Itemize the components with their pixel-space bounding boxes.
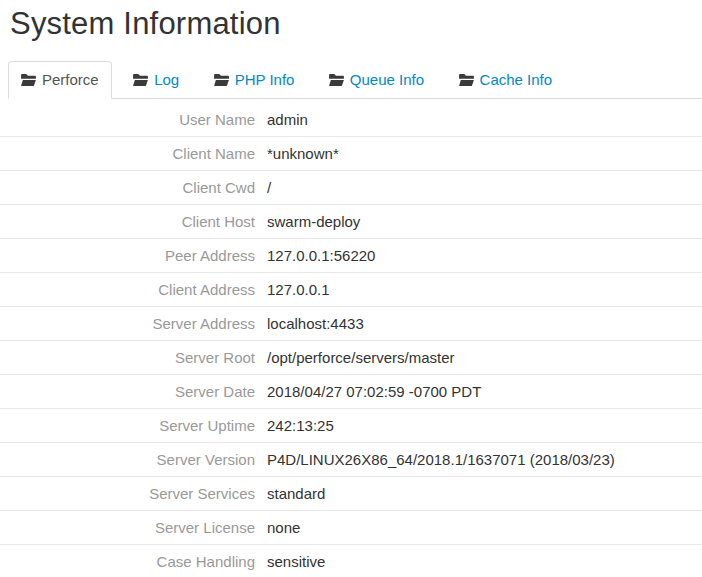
row-label: Client Address	[0, 273, 255, 307]
row-value: sensitive	[255, 545, 702, 577]
table-row: Client Host swarm-deploy	[0, 205, 702, 239]
table-row: Server Services standard	[0, 477, 702, 511]
row-label: User Name	[0, 99, 255, 137]
tab-log[interactable]: Log	[120, 61, 192, 99]
row-label: Server Services	[0, 477, 255, 511]
folder-icon	[133, 74, 148, 87]
table-row: Server Date 2018/04/27 07:02:59 -0700 PD…	[0, 375, 702, 409]
row-value: /opt/perforce/servers/master	[255, 341, 702, 375]
tab-cache-info[interactable]: Cache Info	[446, 61, 566, 99]
row-value: swarm-deploy	[255, 205, 702, 239]
table-row: Server Uptime 242:13:25	[0, 409, 702, 443]
tab-label: Queue Info	[350, 70, 424, 90]
row-value: 127.0.0.1	[255, 273, 702, 307]
row-label: Client Cwd	[0, 171, 255, 205]
table-row: Peer Address 127.0.0.1:56220	[0, 239, 702, 273]
tab-item: Log	[120, 61, 192, 99]
row-value: 127.0.0.1:56220	[255, 239, 702, 273]
table-row: Server License none	[0, 511, 702, 545]
table-row: User Name admin	[0, 99, 702, 137]
row-value: localhost:4433	[255, 307, 702, 341]
table-row: Server Version P4D/LINUX26X86_64/2018.1/…	[0, 443, 702, 477]
tab-label: Perforce	[42, 70, 99, 90]
row-label: Server Date	[0, 375, 255, 409]
tab-perforce[interactable]: Perforce	[8, 61, 112, 99]
page-title: System Information	[0, 5, 702, 43]
folder-icon	[21, 74, 36, 87]
row-label: Server License	[0, 511, 255, 545]
row-label: Server Address	[0, 307, 255, 341]
row-value: 2018/04/27 07:02:59 -0700 PDT	[255, 375, 702, 409]
row-label: Server Uptime	[0, 409, 255, 443]
row-label: Server Root	[0, 341, 255, 375]
row-value: *unknown*	[255, 137, 702, 171]
row-value: 242:13:25	[255, 409, 702, 443]
table-row: Client Cwd /	[0, 171, 702, 205]
tab-item: PHP Info	[201, 61, 308, 99]
row-label: Peer Address	[0, 239, 255, 273]
row-value: /	[255, 171, 702, 205]
tab-item: Perforce	[8, 61, 112, 99]
tab-item: Cache Info	[446, 61, 566, 99]
tab-item: Queue Info	[316, 61, 437, 99]
tab-label: Cache Info	[480, 70, 553, 90]
table-row: Server Address localhost:4433	[0, 307, 702, 341]
folder-icon	[329, 74, 344, 87]
table-row: Client Name *unknown*	[0, 137, 702, 171]
tab-php-info[interactable]: PHP Info	[201, 61, 308, 99]
row-value: P4D/LINUX26X86_64/2018.1/1637071 (2018/0…	[255, 443, 702, 477]
row-value: standard	[255, 477, 702, 511]
tab-label: PHP Info	[235, 70, 295, 90]
folder-icon	[459, 74, 474, 87]
row-value: admin	[255, 99, 702, 137]
table-row: Client Address 127.0.0.1	[0, 273, 702, 307]
tab-label: Log	[154, 70, 179, 90]
row-label: Case Handling	[0, 545, 255, 577]
row-label: Server Version	[0, 443, 255, 477]
row-value: none	[255, 511, 702, 545]
tab-bar: Perforce Log PHP Info	[8, 61, 702, 99]
tab-content-perforce: User Name admin Client Name *unknown* Cl…	[0, 99, 702, 577]
row-label: Client Name	[0, 137, 255, 171]
tab-queue-info[interactable]: Queue Info	[316, 61, 437, 99]
folder-icon	[214, 74, 229, 87]
row-label: Client Host	[0, 205, 255, 239]
system-info-table: User Name admin Client Name *unknown* Cl…	[0, 99, 702, 577]
table-row: Server Root /opt/perforce/servers/master	[0, 341, 702, 375]
table-row: Case Handling sensitive	[0, 545, 702, 577]
